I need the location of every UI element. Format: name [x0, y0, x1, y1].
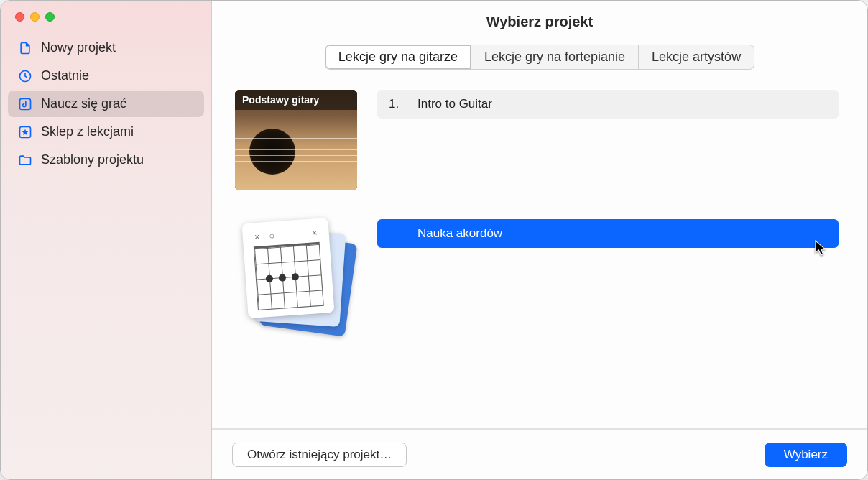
lesson-row-chord-trainer[interactable]: Nauka akordów: [377, 219, 839, 248]
lesson-list: Nauka akordów: [377, 219, 839, 248]
sidebar-item-label: Szablony projektu: [41, 152, 144, 167]
tab-artist-lessons[interactable]: Lekcje artystów: [639, 45, 754, 70]
page-title: Wybierz projekt: [212, 1, 867, 45]
lesson-section-chord-trainer: ×○× Nauka akordów: [235, 219, 839, 331]
section-thumbnail-guitar[interactable]: Podstawy gitary: [235, 90, 357, 190]
lesson-list: 1. Intro to Guitar: [377, 90, 839, 119]
lesson-title: Intro to Guitar: [417, 97, 492, 111]
project-chooser-window: Nowy projekt Ostatnie Naucz się grać Skl…: [0, 0, 868, 480]
tab-guitar-lessons[interactable]: Lekcje gry na gitarze: [325, 45, 471, 70]
sidebar-item-lesson-store[interactable]: Sklep z lekcjami: [8, 119, 204, 145]
close-window-button[interactable]: [15, 12, 24, 22]
sidebar-item-new-project[interactable]: Nowy projekt: [8, 34, 204, 61]
lesson-title: Nauka akordów: [417, 226, 502, 241]
lesson-tabs: Lekcje gry na gitarze Lekcje gry na fort…: [212, 45, 867, 70]
sidebar-list: Nowy projekt Ostatnie Naucz się grać Skl…: [1, 34, 211, 173]
sidebar-item-label: Nowy projekt: [41, 40, 116, 55]
open-existing-project-button[interactable]: Otwórz istniejący projekt…: [232, 443, 407, 467]
sidebar-item-recent[interactable]: Ostatnie: [8, 63, 204, 89]
sidebar-item-label: Ostatnie: [41, 68, 89, 83]
sidebar-item-learn-to-play[interactable]: Naucz się grać: [8, 91, 204, 117]
sidebar-item-project-templates[interactable]: Szablony projektu: [8, 147, 204, 173]
lesson-section-guitar-basics: Podstawy gitary 1. Intro to Guitar: [235, 90, 839, 190]
lesson-row-intro-to-guitar[interactable]: 1. Intro to Guitar: [377, 90, 839, 119]
sidebar: Nowy projekt Ostatnie Naucz się grać Skl…: [1, 1, 212, 479]
footer: Otwórz istniejący projekt… Wybierz: [212, 429, 867, 479]
sidebar-item-label: Sklep z lekcjami: [41, 124, 134, 139]
folder-icon: [18, 153, 32, 167]
lesson-content[interactable]: Podstawy gitary 1. Intro to Guitar ×○×: [212, 90, 867, 421]
star-box-icon: [18, 125, 32, 139]
note-box-icon: [18, 97, 32, 111]
section-thumbnail-label: Podstawy gitary: [235, 90, 357, 110]
sidebar-item-label: Naucz się grać: [41, 96, 126, 111]
file-icon: [18, 41, 32, 55]
zoom-window-button[interactable]: [45, 12, 55, 22]
main-pane: Wybierz projekt Lekcje gry na gitarze Le…: [212, 1, 867, 479]
choose-button[interactable]: Wybierz: [765, 443, 847, 467]
minimize-window-button[interactable]: [30, 12, 40, 22]
window-controls: [1, 9, 211, 34]
tab-piano-lessons[interactable]: Lekcje gry na fortepianie: [471, 45, 639, 70]
lesson-number: 1.: [389, 97, 417, 111]
clock-icon: [18, 69, 32, 83]
section-thumbnail-chord[interactable]: ×○×: [235, 219, 357, 331]
chord-card-icon: ×○×: [242, 218, 335, 318]
